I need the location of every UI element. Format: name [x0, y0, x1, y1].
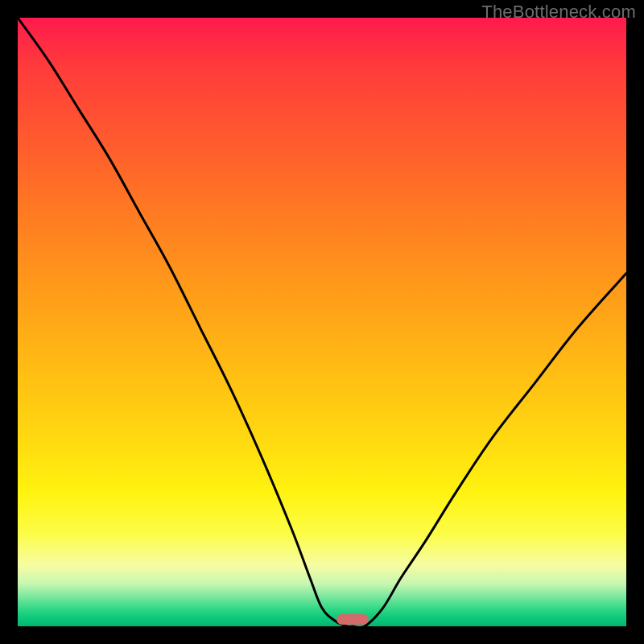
- chart-frame: TheBottleneck.com: [0, 0, 644, 644]
- bottleneck-curve: [18, 18, 626, 626]
- plot-area: [18, 18, 626, 626]
- curve-path: [18, 18, 626, 626]
- watermark-text: TheBottleneck.com: [481, 2, 636, 23]
- optimal-marker: [336, 614, 369, 625]
